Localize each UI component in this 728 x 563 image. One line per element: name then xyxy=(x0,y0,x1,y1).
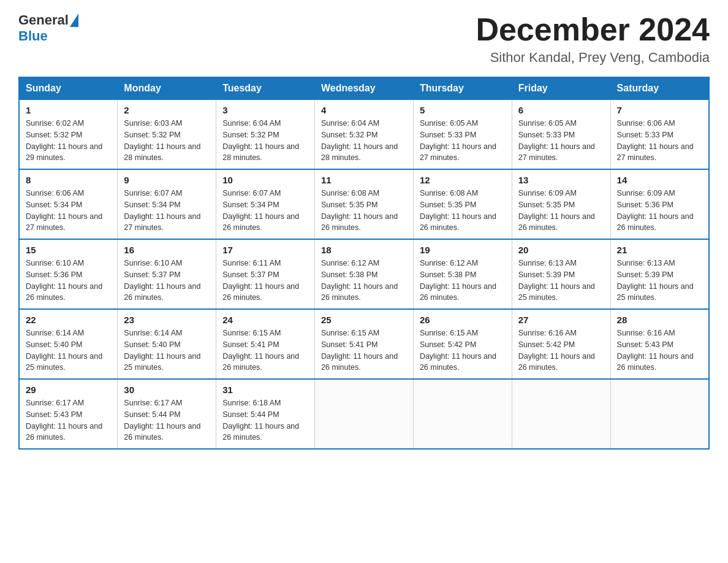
day-info: Sunrise: 6:02 AM Sunset: 5:32 PM Dayligh… xyxy=(26,118,111,164)
day-number: 15 xyxy=(26,245,111,255)
day-number: 20 xyxy=(518,245,604,255)
calendar-cell: 6 Sunrise: 6:05 AM Sunset: 5:33 PM Dayli… xyxy=(512,99,610,169)
day-info: Sunrise: 6:13 AM Sunset: 5:39 PM Dayligh… xyxy=(518,258,604,304)
day-info: Sunrise: 6:15 AM Sunset: 5:41 PM Dayligh… xyxy=(321,327,407,373)
weekday-header-monday: Monday xyxy=(118,77,216,99)
calendar-cell: 24 Sunrise: 6:15 AM Sunset: 5:41 PM Dayl… xyxy=(216,309,315,379)
calendar-cell: 7 Sunrise: 6:06 AM Sunset: 5:33 PM Dayli… xyxy=(610,99,709,169)
day-info: Sunrise: 6:16 AM Sunset: 5:42 PM Dayligh… xyxy=(518,327,604,373)
day-number: 12 xyxy=(420,175,506,185)
day-info: Sunrise: 6:13 AM Sunset: 5:39 PM Dayligh… xyxy=(617,258,702,304)
day-number: 31 xyxy=(222,385,308,395)
day-info: Sunrise: 6:04 AM Sunset: 5:32 PM Dayligh… xyxy=(222,118,308,164)
day-info: Sunrise: 6:15 AM Sunset: 5:41 PM Dayligh… xyxy=(222,327,308,373)
day-number: 10 xyxy=(222,175,308,185)
calendar-cell xyxy=(413,379,512,449)
day-info: Sunrise: 6:07 AM Sunset: 5:34 PM Dayligh… xyxy=(222,188,308,234)
day-number: 5 xyxy=(420,105,506,115)
day-info: Sunrise: 6:10 AM Sunset: 5:36 PM Dayligh… xyxy=(26,258,111,304)
day-number: 2 xyxy=(124,105,210,115)
day-info: Sunrise: 6:10 AM Sunset: 5:37 PM Dayligh… xyxy=(124,258,210,304)
day-info: Sunrise: 6:17 AM Sunset: 5:43 PM Dayligh… xyxy=(26,397,111,443)
day-number: 7 xyxy=(617,105,702,115)
calendar-week-row: 29 Sunrise: 6:17 AM Sunset: 5:43 PM Dayl… xyxy=(19,379,709,449)
calendar-cell: 25 Sunrise: 6:15 AM Sunset: 5:41 PM Dayl… xyxy=(315,309,414,379)
day-number: 11 xyxy=(321,175,407,185)
day-number: 13 xyxy=(518,175,604,185)
day-info: Sunrise: 6:08 AM Sunset: 5:35 PM Dayligh… xyxy=(420,188,506,234)
calendar-cell: 15 Sunrise: 6:10 AM Sunset: 5:36 PM Dayl… xyxy=(19,239,118,309)
calendar-cell: 8 Sunrise: 6:06 AM Sunset: 5:34 PM Dayli… xyxy=(19,169,118,239)
calendar-cell: 12 Sunrise: 6:08 AM Sunset: 5:35 PM Dayl… xyxy=(413,169,512,239)
calendar-cell: 13 Sunrise: 6:09 AM Sunset: 5:35 PM Dayl… xyxy=(512,169,610,239)
day-number: 16 xyxy=(124,245,210,255)
calendar-week-row: 22 Sunrise: 6:14 AM Sunset: 5:40 PM Dayl… xyxy=(19,309,709,379)
calendar-week-row: 1 Sunrise: 6:02 AM Sunset: 5:32 PM Dayli… xyxy=(19,99,709,169)
month-title: December 2024 xyxy=(476,12,710,47)
calendar-cell: 5 Sunrise: 6:05 AM Sunset: 5:33 PM Dayli… xyxy=(413,99,512,169)
day-info: Sunrise: 6:05 AM Sunset: 5:33 PM Dayligh… xyxy=(420,118,506,164)
day-number: 1 xyxy=(26,105,111,115)
calendar-table: SundayMondayTuesdayWednesdayThursdayFrid… xyxy=(18,77,710,450)
calendar-cell: 2 Sunrise: 6:03 AM Sunset: 5:32 PM Dayli… xyxy=(118,99,216,169)
day-number: 26 xyxy=(420,315,506,325)
calendar-cell: 19 Sunrise: 6:12 AM Sunset: 5:38 PM Dayl… xyxy=(413,239,512,309)
weekday-header-thursday: Thursday xyxy=(413,77,512,99)
calendar-cell xyxy=(315,379,414,449)
day-number: 27 xyxy=(518,315,604,325)
calendar-cell: 17 Sunrise: 6:11 AM Sunset: 5:37 PM Dayl… xyxy=(216,239,315,309)
day-info: Sunrise: 6:06 AM Sunset: 5:34 PM Dayligh… xyxy=(26,188,111,234)
day-number: 18 xyxy=(321,245,407,255)
weekday-header-saturday: Saturday xyxy=(610,77,709,99)
day-info: Sunrise: 6:05 AM Sunset: 5:33 PM Dayligh… xyxy=(518,118,604,164)
calendar-cell: 29 Sunrise: 6:17 AM Sunset: 5:43 PM Dayl… xyxy=(19,379,118,449)
day-number: 3 xyxy=(222,105,308,115)
logo-blue: Blue xyxy=(18,28,48,44)
logo: General Blue xyxy=(18,12,78,44)
day-number: 24 xyxy=(222,315,308,325)
calendar-cell: 16 Sunrise: 6:10 AM Sunset: 5:37 PM Dayl… xyxy=(118,239,216,309)
weekday-header-tuesday: Tuesday xyxy=(216,77,315,99)
calendar-cell: 11 Sunrise: 6:08 AM Sunset: 5:35 PM Dayl… xyxy=(315,169,414,239)
day-number: 17 xyxy=(222,245,308,255)
calendar-cell xyxy=(512,379,610,449)
title-section: December 2024 Sithor Kandal, Prey Veng, … xyxy=(476,12,710,66)
calendar-cell: 31 Sunrise: 6:18 AM Sunset: 5:44 PM Dayl… xyxy=(216,379,315,449)
calendar-week-row: 8 Sunrise: 6:06 AM Sunset: 5:34 PM Dayli… xyxy=(19,169,709,239)
calendar-cell: 1 Sunrise: 6:02 AM Sunset: 5:32 PM Dayli… xyxy=(19,99,118,169)
calendar-cell: 4 Sunrise: 6:04 AM Sunset: 5:32 PM Dayli… xyxy=(315,99,414,169)
calendar-cell: 9 Sunrise: 6:07 AM Sunset: 5:34 PM Dayli… xyxy=(118,169,216,239)
calendar-cell: 26 Sunrise: 6:15 AM Sunset: 5:42 PM Dayl… xyxy=(413,309,512,379)
day-info: Sunrise: 6:11 AM Sunset: 5:37 PM Dayligh… xyxy=(222,258,308,304)
calendar-cell: 20 Sunrise: 6:13 AM Sunset: 5:39 PM Dayl… xyxy=(512,239,610,309)
day-info: Sunrise: 6:12 AM Sunset: 5:38 PM Dayligh… xyxy=(321,258,407,304)
day-number: 9 xyxy=(124,175,210,185)
day-number: 6 xyxy=(518,105,604,115)
day-number: 14 xyxy=(617,175,702,185)
day-info: Sunrise: 6:08 AM Sunset: 5:35 PM Dayligh… xyxy=(321,188,407,234)
day-info: Sunrise: 6:07 AM Sunset: 5:34 PM Dayligh… xyxy=(124,188,210,234)
day-info: Sunrise: 6:17 AM Sunset: 5:44 PM Dayligh… xyxy=(124,397,210,443)
day-number: 4 xyxy=(321,105,407,115)
calendar-cell: 14 Sunrise: 6:09 AM Sunset: 5:36 PM Dayl… xyxy=(610,169,709,239)
weekday-header-sunday: Sunday xyxy=(19,77,118,99)
calendar-cell: 18 Sunrise: 6:12 AM Sunset: 5:38 PM Dayl… xyxy=(315,239,414,309)
weekday-header-friday: Friday xyxy=(512,77,610,99)
day-info: Sunrise: 6:03 AM Sunset: 5:32 PM Dayligh… xyxy=(124,118,210,164)
day-number: 8 xyxy=(26,175,111,185)
day-info: Sunrise: 6:06 AM Sunset: 5:33 PM Dayligh… xyxy=(617,118,702,164)
day-info: Sunrise: 6:12 AM Sunset: 5:38 PM Dayligh… xyxy=(420,258,506,304)
calendar-cell: 27 Sunrise: 6:16 AM Sunset: 5:42 PM Dayl… xyxy=(512,309,610,379)
weekday-header-wednesday: Wednesday xyxy=(315,77,414,99)
day-info: Sunrise: 6:04 AM Sunset: 5:32 PM Dayligh… xyxy=(321,118,407,164)
calendar-cell: 3 Sunrise: 6:04 AM Sunset: 5:32 PM Dayli… xyxy=(216,99,315,169)
day-info: Sunrise: 6:09 AM Sunset: 5:36 PM Dayligh… xyxy=(617,188,702,234)
calendar-cell xyxy=(610,379,709,449)
day-info: Sunrise: 6:15 AM Sunset: 5:42 PM Dayligh… xyxy=(420,327,506,373)
calendar-cell: 21 Sunrise: 6:13 AM Sunset: 5:39 PM Dayl… xyxy=(610,239,709,309)
calendar-week-row: 15 Sunrise: 6:10 AM Sunset: 5:36 PM Dayl… xyxy=(19,239,709,309)
day-number: 28 xyxy=(617,315,702,325)
day-number: 22 xyxy=(26,315,111,325)
day-number: 19 xyxy=(420,245,506,255)
calendar-cell: 22 Sunrise: 6:14 AM Sunset: 5:40 PM Dayl… xyxy=(19,309,118,379)
